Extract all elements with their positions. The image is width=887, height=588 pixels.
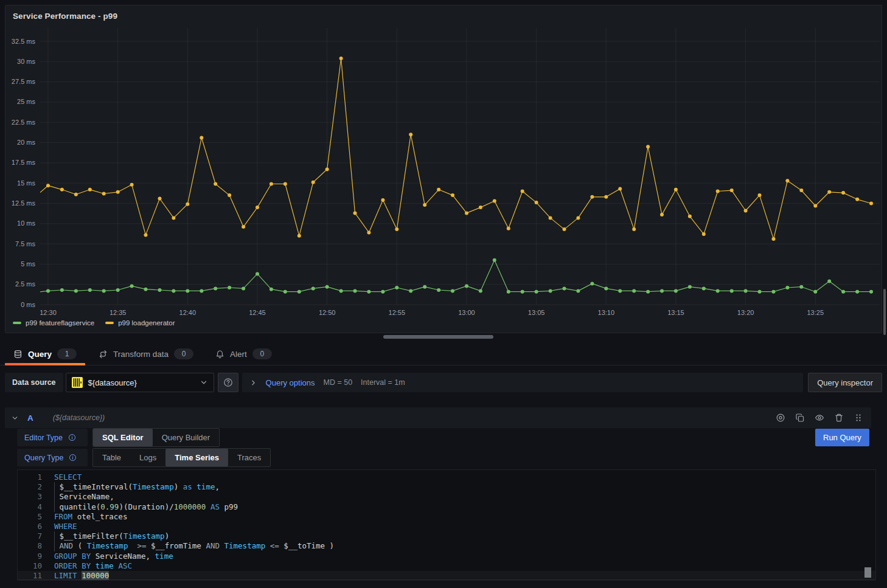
svg-text:12:40: 12:40 <box>179 309 197 316</box>
code-line: 1SELECT <box>18 472 875 482</box>
svg-text:0 ms: 0 ms <box>21 301 35 308</box>
query-row-actions <box>774 411 865 424</box>
eye-icon[interactable] <box>813 411 826 424</box>
bell-icon <box>215 350 224 359</box>
query-type-label-text: Query Type <box>24 454 63 462</box>
svg-text:32.5 ms: 32.5 ms <box>12 38 36 45</box>
line-content: GROUP BY ServiceName, time <box>54 552 875 561</box>
info-circle-icon[interactable] <box>69 454 77 462</box>
svg-text:13:15: 13:15 <box>667 309 684 316</box>
svg-text:25 ms: 25 ms <box>17 98 35 105</box>
tab-label: Alert <box>230 350 247 359</box>
line-number: 1 <box>18 472 54 482</box>
copy-icon[interactable] <box>793 411 807 424</box>
tab-badge: 0 <box>174 348 193 359</box>
option-time-series[interactable]: Time Series <box>165 449 228 466</box>
query-inspector-button[interactable]: Query inspector <box>808 373 882 392</box>
line-number: 2 <box>18 482 54 492</box>
line-number: 8 <box>18 541 54 551</box>
info-circle-icon[interactable] <box>68 434 76 441</box>
query-options-link[interactable]: Query options <box>266 378 315 387</box>
panel-editor-tabs: Query1Transform data0Alert0 <box>0 343 887 365</box>
query-options-bar[interactable]: Query options MD = 50 Interval = 1m <box>242 373 804 392</box>
svg-text:13:10: 13:10 <box>598 309 615 316</box>
run-query-button[interactable]: Run Query <box>815 429 869 446</box>
database-icon <box>13 350 23 359</box>
timeseries-chart: 0 ms2.5 ms5 ms7.5 ms10 ms12.5 ms15 ms17.… <box>5 5 882 317</box>
svg-text:13:20: 13:20 <box>737 309 754 316</box>
option-traces[interactable]: Traces <box>228 449 270 466</box>
tab-alert[interactable]: Alert0 <box>207 343 280 365</box>
option-logs[interactable]: Logs <box>130 449 165 466</box>
line-content: quantile(0.99)(Duration)/1000000 AS p99 <box>54 502 875 512</box>
page-scrollbar-thumb[interactable] <box>883 289 886 335</box>
query-options-md: MD = 50 <box>324 378 353 387</box>
transform-icon <box>99 350 108 359</box>
line-number: 10 <box>18 561 54 571</box>
line-content: ServiceName, <box>54 492 875 502</box>
record-icon[interactable] <box>774 411 787 424</box>
drag-handle-icon[interactable] <box>852 411 865 424</box>
query-row-header[interactable]: A (${datasource}) <box>5 407 871 428</box>
option-query-builder[interactable]: Query Builder <box>153 429 219 446</box>
chart-legend: p99 featureflagservicep99 loadgenerator <box>13 319 175 327</box>
svg-text:10 ms: 10 ms <box>17 220 35 227</box>
svg-text:12:30: 12:30 <box>40 309 57 316</box>
code-line: 2 $__timeInterval(Timestamp) as time, <box>18 482 875 492</box>
query-datasource-hint: (${datasource}) <box>53 413 105 422</box>
editor-type-label: Editor Type <box>17 429 88 446</box>
tab-query[interactable]: Query1 <box>5 343 85 365</box>
code-lines: 1SELECT2 $__timeInterval(Timestamp) as t… <box>18 472 875 581</box>
svg-text:5 ms: 5 ms <box>21 260 35 268</box>
sql-code-editor[interactable]: 1SELECT2 $__timeInterval(Timestamp) as t… <box>17 469 876 580</box>
option-sql-editor[interactable]: SQL Editor <box>93 429 153 446</box>
line-content: WHERE <box>54 522 875 531</box>
legend-label: p99 loadgenerator <box>118 319 175 327</box>
editor-type-switch: SQL EditorQuery Builder <box>92 428 220 447</box>
horizontal-scrollbar-thumb[interactable] <box>383 335 493 339</box>
line-number: 7 <box>18 531 54 541</box>
svg-text:12:35: 12:35 <box>110 309 127 316</box>
line-number: 3 <box>18 492 54 502</box>
line-content: AND ( Timestamp >= $__fromTime AND Times… <box>54 541 875 551</box>
query-type-row: Query Type TableLogsTime SeriesTraces <box>17 449 271 466</box>
code-line: 4 quantile(0.99)(Duration)/1000000 AS p9… <box>18 502 875 512</box>
datasource-toolbar: Data source ${datasource} Query options … <box>5 373 882 392</box>
chevron-right-icon <box>249 379 257 387</box>
legend-swatch <box>105 322 114 324</box>
svg-text:13:05: 13:05 <box>528 309 545 316</box>
legend-swatch <box>13 322 21 324</box>
svg-text:20 ms: 20 ms <box>17 139 35 146</box>
code-line: 11LIMIT 100000 <box>18 571 875 581</box>
query-type-label: Query Type <box>17 449 88 466</box>
collapse-chevron-icon[interactable] <box>11 414 19 422</box>
code-line: 6WHERE <box>18 522 875 531</box>
svg-text:13:25: 13:25 <box>807 309 824 316</box>
line-content: LIMIT 100000 <box>54 571 875 581</box>
line-number: 5 <box>18 512 54 522</box>
code-line: 10ORDER BY time ASC <box>18 561 875 571</box>
line-number: 4 <box>18 502 54 512</box>
svg-text:7.5 ms: 7.5 ms <box>15 240 36 247</box>
datasource-value: ${datasource} <box>88 378 194 387</box>
option-table[interactable]: Table <box>93 449 130 466</box>
svg-text:12:55: 12:55 <box>389 309 406 316</box>
datasource-picker[interactable]: ${datasource} <box>66 373 214 392</box>
line-number: 6 <box>18 522 54 531</box>
tab-transform-data[interactable]: Transform data0 <box>90 343 202 365</box>
query-ref-id: A <box>27 413 33 423</box>
line-content: $__timeInterval(Timestamp) as time, <box>54 482 875 492</box>
legend-item[interactable]: p99 featureflagservice <box>13 319 94 327</box>
trash-icon[interactable] <box>832 411 846 424</box>
tab-badge: 1 <box>57 348 77 359</box>
svg-text:27.5 ms: 27.5 ms <box>12 78 36 85</box>
legend-label: p99 featureflagservice <box>26 319 94 327</box>
line-content: FROM otel_traces <box>54 512 875 522</box>
datasource-help-button[interactable] <box>218 373 238 392</box>
svg-text:12.5 ms: 12.5 ms <box>12 199 36 207</box>
editor-scrollbar-thumb[interactable] <box>864 567 871 578</box>
legend-item[interactable]: p99 loadgenerator <box>105 319 175 327</box>
active-tab-underline <box>5 363 85 365</box>
query-options-interval: Interval = 1m <box>361 378 405 387</box>
code-line: 9GROUP BY ServiceName, time <box>18 552 875 561</box>
